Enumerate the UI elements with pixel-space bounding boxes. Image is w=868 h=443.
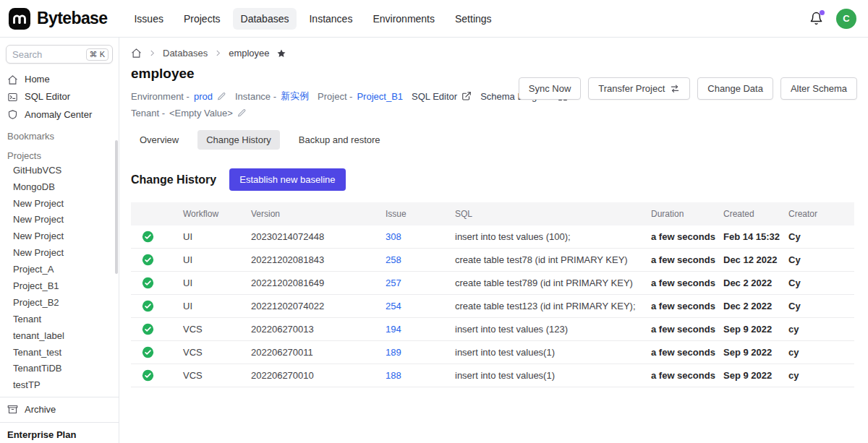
nav-environments[interactable]: Environments bbox=[365, 8, 443, 30]
cell-duration: a few seconds bbox=[644, 364, 716, 387]
sql-editor-link[interactable]: SQL Editor bbox=[412, 91, 472, 102]
table-row[interactable]: UI 20230214072448 308 insert into test v… bbox=[131, 225, 854, 249]
issue-link[interactable]: 188 bbox=[386, 370, 401, 381]
bytebase-logo[interactable]: Bytebase bbox=[9, 8, 107, 30]
sidebar-project-item[interactable]: testTP bbox=[0, 377, 119, 394]
nav-databases[interactable]: Databases bbox=[233, 8, 297, 30]
sidebar-bottom: Archive bbox=[0, 397, 119, 422]
instance-link[interactable]: 新实例 bbox=[281, 90, 309, 103]
cell-duration: a few seconds bbox=[644, 249, 716, 272]
cell-creator: cy bbox=[781, 364, 854, 387]
cell-sql: create table test789 (id int PRIMARY KEY… bbox=[448, 272, 644, 295]
cell-version: 20221202081843 bbox=[244, 249, 378, 272]
project-link[interactable]: Project_B1 bbox=[357, 91, 403, 102]
sidebar-scrollbar[interactable] bbox=[115, 140, 118, 274]
nav-projects[interactable]: Projects bbox=[176, 8, 229, 30]
issue-link[interactable]: 308 bbox=[386, 231, 401, 242]
sidebar-project-item[interactable]: Project_A bbox=[0, 262, 119, 278]
cell-sql: insert into test values(1) bbox=[448, 364, 644, 387]
table-row[interactable]: UI 20221202081649 257 create table test7… bbox=[131, 272, 854, 295]
issue-link[interactable]: 189 bbox=[386, 347, 401, 358]
sidebar-item-home[interactable]: Home bbox=[0, 71, 119, 88]
table-row[interactable]: UI 20221202081843 258 create table test7… bbox=[131, 249, 854, 272]
cell-duration: a few seconds bbox=[644, 225, 716, 249]
pencil-icon[interactable] bbox=[217, 92, 226, 101]
establish-baseline-button[interactable]: Establish new baseline bbox=[229, 168, 345, 191]
sidebar-project-item[interactable]: Tenant bbox=[0, 311, 119, 328]
issue-link[interactable]: 257 bbox=[386, 278, 401, 288]
plan-label[interactable]: Enterprise Plan bbox=[0, 422, 119, 443]
column-workflow: Workflow bbox=[176, 202, 244, 225]
sidebar-project-item[interactable]: New Project bbox=[0, 196, 119, 212]
sync-now-button[interactable]: Sync Now bbox=[519, 77, 582, 100]
search-input[interactable] bbox=[12, 49, 75, 60]
cell-duration: a few seconds bbox=[644, 295, 716, 318]
breadcrumb-databases[interactable]: Databases bbox=[163, 48, 208, 59]
pencil-icon[interactable] bbox=[237, 108, 247, 118]
issue-link[interactable]: 254 bbox=[386, 301, 401, 311]
column-version: Version bbox=[244, 202, 378, 225]
cell-creator: cy bbox=[781, 341, 854, 364]
chevron-right-icon bbox=[214, 49, 222, 57]
tab-change-history[interactable]: Change History bbox=[197, 130, 280, 150]
page-header-left: employee Environment - prod Instance - 新… bbox=[131, 66, 519, 119]
table-row[interactable]: UI 20221202074022 254 create table test1… bbox=[131, 295, 854, 318]
transfer-project-button[interactable]: Transfer Project bbox=[588, 77, 690, 100]
cell-duration: a few seconds bbox=[644, 318, 716, 341]
cell-workflow: VCS bbox=[176, 341, 244, 364]
sidebar-project-item[interactable]: New Project bbox=[0, 245, 119, 262]
brand-name: Bytebase bbox=[37, 9, 107, 28]
issue-link[interactable]: 194 bbox=[386, 324, 401, 335]
change-data-button[interactable]: Change Data bbox=[697, 77, 773, 100]
cell-sql: insert into test values(1) bbox=[448, 341, 644, 364]
nav-issues[interactable]: Issues bbox=[126, 8, 171, 30]
sidebar-project-item[interactable]: New Project bbox=[0, 228, 119, 245]
search-shortcut-badge: ⌘ K bbox=[86, 48, 109, 61]
cell-workflow: UI bbox=[176, 295, 244, 318]
notification-bell-icon[interactable] bbox=[809, 12, 823, 25]
column-status bbox=[131, 202, 176, 225]
environment-link[interactable]: prod bbox=[194, 91, 213, 102]
cell-creator: Cy bbox=[781, 295, 854, 318]
cell-creator: Cy bbox=[781, 272, 854, 295]
sidebar-item-anomaly-center[interactable]: Anomaly Center bbox=[0, 106, 119, 124]
shield-icon bbox=[7, 109, 18, 120]
check-circle-icon bbox=[142, 323, 169, 335]
tab-overview[interactable]: Overview bbox=[131, 130, 187, 150]
sidebar-project-item[interactable]: New Project bbox=[0, 212, 119, 228]
sidebar-scroll-area: Home SQL Editor Anomaly Center Bookmarks… bbox=[0, 71, 119, 397]
archive-icon bbox=[7, 404, 18, 415]
cell-workflow: UI bbox=[176, 249, 244, 272]
sidebar-project-item[interactable]: MongoDB bbox=[0, 179, 119, 196]
table-row[interactable]: VCS 202206270010 188 insert into test va… bbox=[131, 364, 854, 387]
table-header-row: Workflow Version Issue SQL Duration Crea… bbox=[131, 202, 854, 225]
search-box[interactable]: ⌘ K bbox=[6, 45, 113, 64]
section-title: Change History bbox=[131, 173, 216, 186]
sidebar-project-item[interactable]: Project_B1 bbox=[0, 278, 119, 295]
tab-backup-restore[interactable]: Backup and restore bbox=[290, 130, 389, 150]
top-navigation: Issues Projects Databases Instances Envi… bbox=[126, 8, 499, 30]
issue-link[interactable]: 258 bbox=[386, 254, 401, 265]
cell-sql: insert into test values (100); bbox=[448, 225, 644, 249]
sidebar-project-item[interactable]: Project_B2 bbox=[0, 295, 119, 311]
check-circle-icon bbox=[142, 231, 169, 243]
table-row[interactable]: VCS 202206270011 189 insert into test va… bbox=[131, 341, 854, 364]
sidebar-item-archive[interactable]: Archive bbox=[0, 401, 119, 418]
sidebar: ⌘ K Home SQL Editor Anomaly Center Bookm… bbox=[0, 38, 119, 443]
sidebar-project-item[interactable]: tenant_label bbox=[0, 328, 119, 345]
nav-instances[interactable]: Instances bbox=[301, 8, 360, 30]
house-icon[interactable] bbox=[131, 48, 142, 59]
check-circle-icon bbox=[142, 300, 169, 312]
sidebar-item-sql-editor[interactable]: SQL Editor bbox=[0, 88, 119, 106]
table-row[interactable]: VCS 202206270013 194 insert into test va… bbox=[131, 318, 854, 341]
nav-settings[interactable]: Settings bbox=[447, 8, 500, 30]
database-meta-row: Environment - prod Instance - 新实例 Projec… bbox=[131, 90, 519, 103]
sidebar-project-item[interactable]: GitHubVCS bbox=[0, 163, 119, 179]
sidebar-project-item[interactable]: Tenant_test bbox=[0, 345, 119, 361]
sidebar-project-item[interactable]: TenantTiDB bbox=[0, 361, 119, 377]
bookmark-star-icon[interactable] bbox=[276, 48, 286, 59]
change-history-table: Workflow Version Issue SQL Duration Crea… bbox=[131, 202, 854, 387]
alter-schema-button[interactable]: Alter Schema bbox=[780, 77, 857, 100]
avatar[interactable]: C bbox=[836, 9, 856, 29]
cell-version: 20221202081649 bbox=[244, 272, 378, 295]
